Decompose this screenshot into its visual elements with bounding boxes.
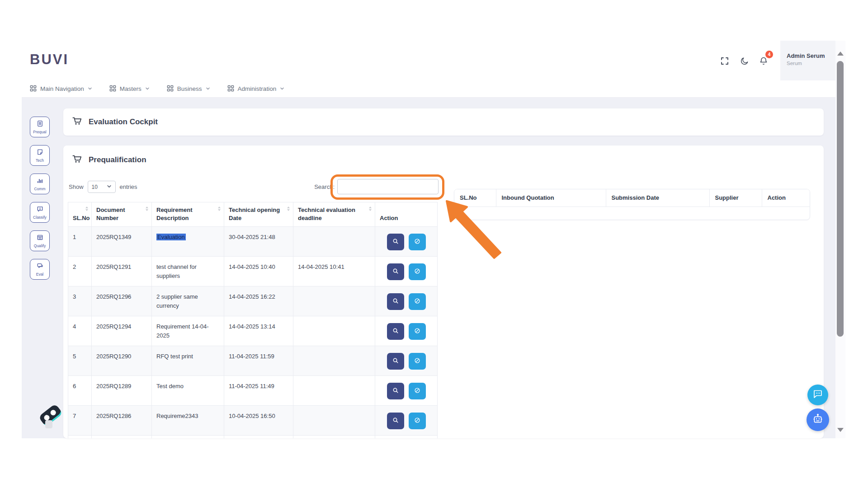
status-button[interactable] [409, 293, 426, 310]
table-row: 2 2025RQ1291 test channel for suppliers … [68, 257, 438, 286]
cell-slno: 7 [68, 406, 92, 436]
view-button[interactable] [387, 293, 404, 310]
sidebar-item-qualify[interactable]: Qualify [30, 230, 50, 251]
document-icon [37, 120, 43, 129]
chat-widget-button[interactable] [807, 385, 828, 405]
cell-action [375, 257, 438, 286]
cell-document-number: 2025RQ1290 [92, 346, 152, 376]
cell-technical-opening-date: 10-04-2025 16:50 [224, 406, 293, 436]
assistant-bot-button[interactable] [807, 408, 829, 431]
sidebar-item-prequal[interactable]: Prequal [30, 117, 50, 137]
table-row: 5 2025RQ1290 RFQ test print 11-04-2025 1… [68, 346, 438, 376]
view-button[interactable] [387, 263, 404, 280]
table-icon [37, 234, 43, 243]
status-button[interactable] [409, 234, 426, 250]
sort-icon [218, 206, 221, 211]
entries-label: entries [120, 183, 137, 190]
header-submission-date: Submission Date [606, 189, 709, 206]
cell-technical-evaluation-deadline [293, 286, 375, 316]
view-button[interactable] [387, 383, 404, 399]
magnifier-icon [392, 417, 399, 425]
search-label: Search: [289, 183, 335, 190]
sidebar-item-label: Prequal [33, 130, 46, 134]
dark-mode-moon-icon[interactable] [739, 55, 750, 67]
scrollbar-thumb[interactable] [837, 61, 844, 337]
cell-technical-evaluation-deadline [293, 376, 375, 406]
chevron-down-icon [145, 85, 150, 92]
cart-icon [72, 154, 82, 166]
table-row: 1 2025RQ1349 Evaluation 30-04-2025 21:48 [68, 227, 438, 257]
cell-technical-evaluation-deadline [293, 436, 375, 438]
cell-document-number: 2025RQ1296 [92, 286, 152, 316]
magnifier-icon [392, 238, 399, 246]
table-row: 6 2025RQ1289 Test demo 11-04-2025 11:49 [68, 376, 438, 406]
view-button[interactable] [387, 234, 404, 250]
cell-slno: 2 [68, 257, 92, 286]
page-size-select[interactable]: 10 [88, 181, 116, 193]
sidebar-item-classify[interactable]: Classify [30, 202, 50, 223]
cell-document-number: 2025RQ1349 [92, 227, 152, 257]
cell-action [375, 286, 438, 316]
cell-requirement-description: Evaluation [152, 227, 224, 257]
scroll-down-arrow[interactable] [837, 428, 844, 432]
nav-item-main-navigation[interactable]: Main Navigation [30, 85, 92, 93]
cart-icon [72, 116, 82, 128]
sidebar-item-label: Qualify [34, 244, 46, 248]
sort-icon [146, 206, 148, 211]
magnifier-icon [392, 327, 399, 336]
fullscreen-icon[interactable] [719, 55, 731, 67]
view-button[interactable] [387, 353, 404, 370]
cell-requirement-description: Requireme2343 [152, 406, 224, 436]
user-menu[interactable]: Admin Serum Serum [780, 41, 835, 80]
cell-slno: 6 [68, 376, 92, 406]
status-button[interactable] [409, 263, 426, 280]
sort-icon [85, 206, 88, 211]
header-technical-opening-date[interactable]: Technical opening Date [224, 202, 293, 227]
grid-icon [109, 85, 116, 93]
header-technical-evaluation-deadline[interactable]: Technical evaluation deadline [293, 202, 375, 227]
header-slno[interactable]: SL.No [68, 202, 92, 227]
sidebar-item-eval[interactable]: Eval [30, 259, 50, 280]
prequalification-table: SL.No Document Number Requirement Descri… [68, 202, 437, 438]
chat-bubbles-icon [37, 263, 43, 271]
status-button[interactable] [409, 353, 426, 370]
status-button[interactable] [409, 383, 426, 399]
cell-requirement-description: Requirement 14-04-2025 [152, 316, 224, 346]
table-header-row: SL.No Document Number Requirement Descri… [68, 202, 438, 227]
scroll-up-arrow[interactable] [837, 52, 844, 56]
sidebar-item-label: Comm [34, 187, 45, 191]
notification-count-badge: 4 [765, 51, 773, 58]
content-area: Prequal Tech Comm Classify Qualify Eval … [22, 98, 835, 438]
nav-item-administration[interactable]: Administration [227, 85, 285, 93]
slash-circle-icon [414, 417, 421, 425]
page-title: Evaluation Cockpit [89, 117, 158, 127]
grid-icon [30, 85, 37, 93]
nav-item-masters[interactable]: Masters [109, 85, 150, 93]
page-scrollbar [835, 41, 845, 438]
header-slno: SL.No [454, 189, 496, 206]
cell-requirement-description: RFQ test print [152, 346, 224, 376]
nav-item-business[interactable]: Business [167, 85, 210, 93]
cell-slno: 4 [68, 316, 92, 346]
side-rail: Prequal Tech Comm Classify Qualify Eval [30, 117, 50, 280]
nav-label: Masters [120, 85, 142, 92]
sidebar-item-label: Tech [36, 158, 44, 163]
header-requirement-description[interactable]: Requirement Description [152, 202, 224, 227]
status-button[interactable] [409, 413, 426, 429]
cell-document-number: 2025RQ1287 [92, 436, 152, 438]
view-button[interactable] [387, 413, 404, 429]
table-row: 4 2025RQ1294 Requirement 14-04-2025 14-0… [68, 316, 438, 346]
view-button[interactable] [387, 323, 404, 340]
nav-label: Main Navigation [40, 85, 84, 92]
sort-icon [369, 206, 372, 211]
cell-technical-opening-date: 14-04-2025 16:22 [224, 286, 293, 316]
sidebar-item-comm[interactable]: Comm [30, 174, 50, 194]
sidebar-item-label: Classify [33, 215, 47, 220]
cell-action [375, 436, 438, 438]
header-document-number[interactable]: Document Number [92, 202, 152, 227]
table-row: 3 2025RQ1296 2 supplier same currency 14… [68, 286, 438, 316]
sidebar-item-tech[interactable]: Tech [30, 145, 50, 166]
cell-document-number: 2025RQ1286 [92, 406, 152, 436]
status-button[interactable] [409, 323, 426, 340]
search-input[interactable] [337, 179, 439, 194]
